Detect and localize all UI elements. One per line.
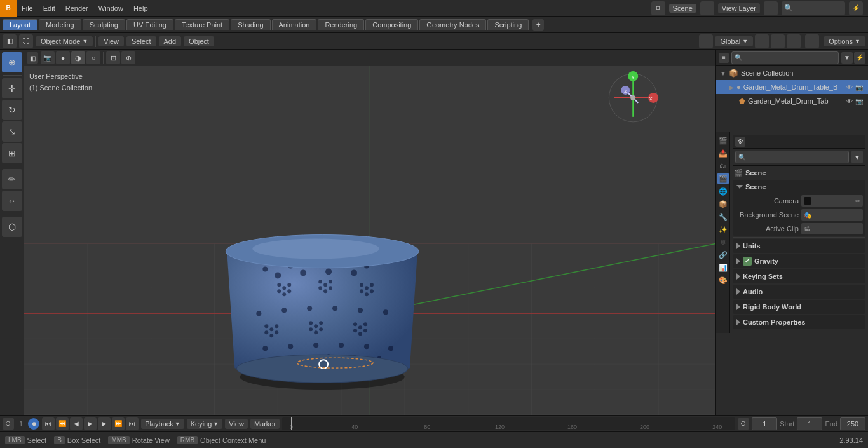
play-btn[interactable]: ▶ (84, 417, 97, 430)
prop-output-icon[interactable]: 📤 (717, 147, 729, 159)
tab-uv-editing[interactable]: UV Editing (126, 19, 173, 30)
scene-options[interactable] (700, 1, 714, 15)
prop-render-icon[interactable]: 🎬 (717, 135, 729, 146)
end-frame-input[interactable]: 250 (840, 417, 865, 430)
options-btn[interactable]: Options ▼ (824, 36, 865, 46)
prev-keyframe-btn[interactable]: ◀ (70, 417, 83, 430)
active-clip-value[interactable]: 📽 (801, 223, 863, 234)
item1-visibility[interactable]: 👁 (846, 98, 853, 105)
marker-menu[interactable]: Marker (250, 419, 280, 429)
transform-tool-btn[interactable]: ⊞ (2, 143, 22, 163)
add-object-btn[interactable]: ⬡ (2, 217, 22, 237)
tab-scripting[interactable]: Scripting (487, 19, 529, 30)
prop-constraints-icon[interactable]: 🔗 (717, 249, 729, 261)
tab-modeling[interactable]: Modeling (39, 19, 81, 30)
menu-window[interactable]: Window (93, 0, 128, 17)
prop-modifier-icon[interactable]: 🔧 (717, 211, 729, 222)
transform-orientation[interactable]: Global ▼ (715, 36, 753, 46)
object-mode-selector[interactable]: Object Mode ▼ (36, 36, 93, 46)
menu-file[interactable]: File (17, 0, 38, 17)
full-screen-btn[interactable]: ⛶ (19, 34, 33, 48)
prop-data-icon[interactable]: 📊 (717, 262, 729, 273)
gravity-header[interactable]: ✓ Gravity (733, 254, 865, 268)
viewport-shading-solid[interactable]: ● (56, 51, 70, 64)
record-btn[interactable]: ⏺ (28, 418, 39, 430)
menu-edit[interactable]: Edit (38, 0, 60, 17)
outliner-options-btn[interactable]: ⚡ (854, 52, 865, 64)
prop-scene-icon[interactable]: 🎬 (717, 173, 729, 184)
rigid-body-header[interactable]: Rigid Body World (733, 300, 865, 314)
playback-menu[interactable]: Playback ▼ (141, 419, 184, 429)
rotate-tool-btn[interactable]: ↻ (2, 100, 22, 120)
tab-compositing[interactable]: Compositing (365, 19, 418, 30)
prop-world-icon[interactable]: 🌐 (717, 186, 729, 197)
move-tool-btn[interactable]: ✛ (2, 78, 22, 98)
background-scene-value[interactable]: 🎭 (801, 209, 863, 221)
proportional-edit-icon[interactable] (771, 34, 785, 48)
viewport-editor-type[interactable]: ◧ (27, 52, 38, 64)
active-workspace-icon[interactable]: ⚙ (651, 1, 665, 15)
start-frame-input[interactable]: 1 (797, 417, 822, 430)
props-search-input[interactable]: 🔍 (735, 151, 849, 163)
gravity-checkbox[interactable]: ✓ (743, 257, 752, 266)
overlay-toggle[interactable] (805, 34, 819, 48)
item0-visibility[interactable]: 👁 (846, 84, 853, 91)
viewport-cam-icon[interactable]: 📷 (41, 51, 55, 64)
viewport-shading-rendered[interactable]: ○ (86, 51, 100, 64)
add-workspace-btn[interactable]: + (532, 19, 544, 31)
3d-viewport[interactable]: X Y Z ◧ 📷 ● ◑ ○ (24, 50, 715, 415)
annotate-tool-btn[interactable]: ✏ (2, 169, 22, 189)
tab-geometry-nodes[interactable]: Geometry Nodes (419, 19, 486, 30)
viewport-shading-material[interactable]: ◑ (71, 51, 85, 64)
prop-material-icon[interactable]: 🎨 (717, 275, 729, 286)
gizmo-btn[interactable]: ⊕ (121, 51, 135, 64)
keying-menu[interactable]: Keying ▼ (187, 419, 223, 429)
menu-render[interactable]: Render (60, 0, 93, 17)
next-frame-btn[interactable]: ⏩ (112, 417, 125, 430)
overlay-btn[interactable]: ⊡ (106, 51, 120, 64)
item0-render[interactable]: 📷 (855, 84, 863, 91)
cursor-tool-btn[interactable]: ⊕ (2, 52, 22, 72)
item1-render[interactable]: 📷 (855, 98, 863, 105)
view-layer-options[interactable] (764, 1, 778, 15)
prop-object-icon[interactable]: 📦 (717, 198, 729, 210)
outliner-filter-btn[interactable]: ▼ (841, 52, 853, 64)
prop-viewlayer-icon[interactable]: 🗂 (717, 160, 729, 172)
timeline-editor-type[interactable]: ⏱ (3, 418, 14, 430)
scale-tool-btn[interactable]: ⤡ (2, 121, 22, 142)
scene-collection-row[interactable]: ▼ 📦 Scene Collection (716, 66, 868, 80)
props-filter-btn[interactable]: ▼ (851, 151, 863, 163)
outliner-editor-type[interactable]: ≡ (719, 53, 729, 63)
outliner-search[interactable]: 🔍 (731, 51, 839, 64)
menu-help[interactable]: Help (128, 0, 153, 17)
audio-header[interactable]: Audio (733, 285, 865, 299)
jump-end-btn[interactable]: ⏭ (126, 417, 139, 430)
current-frame-input[interactable]: 1 (752, 417, 777, 430)
outliner-item-0[interactable]: ▶ ● Garden_Metal_Drum_Table_B 👁 📷 (716, 80, 868, 94)
view-menu-timeline[interactable]: View (225, 419, 248, 429)
prev-frame-btn[interactable]: ⏪ (56, 417, 69, 430)
prop-physics-icon[interactable]: ⚛ (717, 236, 729, 248)
blender-logo[interactable]: B (0, 0, 17, 17)
select-menu[interactable]: Select (126, 36, 156, 46)
add-menu[interactable]: Add (159, 36, 182, 46)
next-keyframe-btn[interactable]: ▶ (98, 417, 111, 430)
keying-sets-header[interactable]: Keying Sets (733, 269, 865, 283)
outliner-item-1[interactable]: ⬟ Garden_Metal_Drum_Tab 👁 📷 (716, 94, 868, 108)
tab-texture-paint[interactable]: Texture Paint (175, 19, 229, 30)
jump-start-btn[interactable]: ⏮ (42, 417, 55, 430)
object-menu[interactable]: Object (184, 36, 214, 46)
props-editor-type[interactable]: ⚙ (735, 137, 745, 147)
camera-value[interactable]: ✏ (801, 195, 863, 207)
filter-icon[interactable]: ⚡ (849, 1, 863, 15)
frame-ruler[interactable]: 0 40 80 120 160 200 240 (282, 417, 735, 430)
prop-particles-icon[interactable]: ✨ (717, 224, 729, 235)
units-header[interactable]: Units (733, 239, 865, 253)
scene-subsection-header[interactable]: Scene (733, 180, 865, 194)
graph-icon[interactable] (787, 34, 801, 48)
measure-tool-btn[interactable]: ↔ (2, 191, 22, 211)
search-box-global[interactable]: 🔍 (782, 1, 845, 15)
tab-sculpting[interactable]: Sculpting (83, 19, 125, 30)
tab-layout[interactable]: Layout (3, 19, 37, 30)
view-layer-selector[interactable]: View Layer (718, 3, 760, 13)
